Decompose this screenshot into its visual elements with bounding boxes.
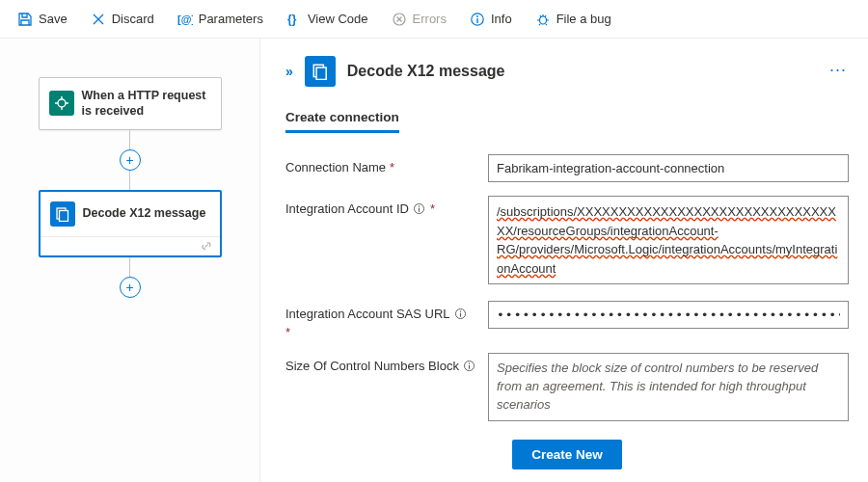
panel-tabs: Create connection <box>285 110 849 133</box>
action-node-footer <box>41 236 220 255</box>
errors-button: Errors <box>382 6 456 33</box>
parameters-button[interactable]: [@] Parameters <box>168 6 273 33</box>
info-icon <box>470 12 485 27</box>
block-size-label: Size Of Control Numbers Block <box>285 353 488 373</box>
block-size-input[interactable]: Specifies the block size of control numb… <box>488 353 849 421</box>
info-button[interactable]: Info <box>460 6 522 33</box>
x12-panel-icon <box>305 56 336 87</box>
svg-rect-17 <box>460 313 461 317</box>
add-step-button[interactable]: + <box>120 277 141 298</box>
svg-point-19 <box>469 362 470 363</box>
connector-line <box>129 171 130 190</box>
tab-create-connection[interactable]: Create connection <box>285 110 399 133</box>
http-trigger-icon <box>49 91 74 116</box>
integration-account-id-label: Integration Account ID * <box>285 196 488 216</box>
save-button[interactable]: Save <box>8 6 77 33</box>
action-node-title: Decode X12 message <box>83 205 206 221</box>
view-code-label: View Code <box>308 12 368 26</box>
trigger-node-title: When a HTTP request is received <box>82 88 211 120</box>
info-label: Info <box>491 12 512 26</box>
save-label: Save <box>39 12 68 26</box>
errors-icon <box>392 12 407 27</box>
code-icon: {} <box>286 12 302 27</box>
svg-point-13 <box>419 205 420 206</box>
discard-button[interactable]: Discard <box>81 6 164 33</box>
sas-url-label: Integration Account SAS URL * <box>285 301 488 339</box>
parameters-icon: [@] <box>177 12 193 27</box>
create-new-button[interactable]: Create New <box>512 440 622 469</box>
file-bug-button[interactable]: File a bug <box>526 6 621 33</box>
connection-name-input[interactable] <box>488 154 849 182</box>
discard-label: Discard <box>112 12 154 26</box>
info-icon[interactable] <box>463 360 476 373</box>
info-icon[interactable] <box>454 308 468 321</box>
designer-canvas[interactable]: When a HTTP request is received + Decode… <box>0 39 260 482</box>
bug-icon <box>535 12 551 27</box>
svg-point-7 <box>58 99 66 107</box>
link-icon <box>201 240 212 252</box>
settings-panel: ··· » Decode X12 message Create connecti… <box>260 39 868 482</box>
toolbar: Save Discard [@] Parameters {} View Code… <box>0 0 868 39</box>
parameters-label: Parameters <box>199 12 263 26</box>
x12-action-icon <box>50 201 75 227</box>
svg-rect-11 <box>316 67 326 79</box>
connection-name-label: Connection Name* <box>285 154 488 174</box>
panel-more-button[interactable]: ··· <box>829 60 847 80</box>
panel-title: Decode X12 message <box>347 63 505 80</box>
svg-rect-5 <box>476 18 477 23</box>
collapse-panel-button[interactable]: » <box>285 64 293 79</box>
svg-rect-20 <box>469 365 470 369</box>
connector-line <box>129 257 130 277</box>
discard-icon <box>91 12 106 27</box>
integration-account-id-input[interactable]: /subscriptions/XXXXXXXXXXXXXXXXXXXXXXXXX… <box>488 196 849 284</box>
errors-label: Errors <box>413 12 447 26</box>
save-icon <box>17 12 33 27</box>
connector-line <box>129 130 130 149</box>
svg-rect-9 <box>59 210 68 221</box>
info-icon[interactable] <box>413 202 426 216</box>
view-code-button[interactable]: {} View Code <box>277 6 378 33</box>
action-node[interactable]: Decode X12 message <box>39 190 222 257</box>
svg-rect-14 <box>419 208 420 212</box>
main-area: When a HTTP request is received + Decode… <box>0 39 868 482</box>
svg-point-16 <box>460 310 461 311</box>
svg-point-4 <box>476 15 478 17</box>
add-step-button[interactable]: + <box>120 149 141 171</box>
svg-text:[@]: [@] <box>177 13 193 25</box>
svg-text:{}: {} <box>287 13 297 26</box>
sas-url-input[interactable] <box>488 301 849 329</box>
trigger-node[interactable]: When a HTTP request is received <box>39 77 222 130</box>
file-bug-label: File a bug <box>556 12 611 26</box>
